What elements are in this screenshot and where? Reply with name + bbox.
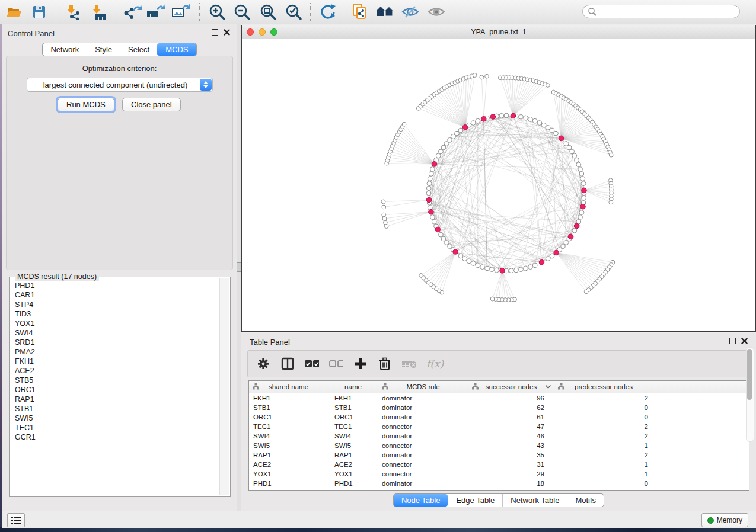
network-node[interactable]: [458, 128, 463, 133]
import-table-icon[interactable]: [88, 1, 109, 23]
mcds-result-item[interactable]: RAP1: [11, 395, 219, 404]
add-column-icon[interactable]: [353, 357, 368, 371]
network-node[interactable]: [382, 217, 387, 221]
show-all-eye-icon[interactable]: [426, 1, 447, 23]
network-node[interactable]: [578, 167, 583, 172]
run-mcds-button[interactable]: Run MCDS: [58, 98, 114, 111]
mcds-hub-node[interactable]: [481, 116, 486, 121]
network-node[interactable]: [524, 116, 528, 120]
network-node[interactable]: [439, 149, 444, 154]
search-field[interactable]: [582, 5, 740, 18]
browser-home-icon[interactable]: [375, 1, 396, 23]
network-node[interactable]: [532, 263, 537, 268]
network-node[interactable]: [455, 131, 460, 136]
new-network-icon[interactable]: [350, 1, 371, 23]
network-node[interactable]: [541, 123, 546, 127]
table-row[interactable]: FKH1FKH1dominator962: [249, 393, 749, 403]
network-node[interactable]: [581, 181, 586, 186]
mcds-result-item[interactable]: STP4: [11, 300, 219, 309]
mcds-hub-node[interactable]: [580, 204, 586, 209]
column-header-shared-name[interactable]: shared name: [249, 381, 328, 393]
network-node[interactable]: [382, 205, 386, 209]
network-node[interactable]: [495, 268, 499, 273]
network-node[interactable]: [579, 210, 584, 215]
mcds-hub-node[interactable]: [582, 188, 587, 193]
zoom-fit-icon[interactable]: [257, 1, 279, 23]
table-row[interactable]: TEC1TEC1connector472: [249, 422, 749, 431]
network-node[interactable]: [429, 172, 433, 177]
network-node[interactable]: [476, 118, 480, 123]
network-node[interactable]: [564, 142, 569, 146]
mcds-hub-node[interactable]: [511, 113, 516, 118]
network-node[interactable]: [584, 290, 588, 294]
mcds-hub-node[interactable]: [568, 234, 573, 239]
mcds-result-item[interactable]: CAR1: [11, 290, 219, 300]
network-node[interactable]: [519, 267, 524, 272]
network-node[interactable]: [580, 177, 585, 181]
network-node[interactable]: [572, 153, 577, 158]
table-row[interactable]: ACE2ACE2connector311: [249, 460, 749, 469]
mcds-hub-node[interactable]: [435, 227, 441, 232]
mcds-result-item[interactable]: STB1: [11, 404, 219, 414]
settings-gear-icon[interactable]: [256, 357, 270, 371]
column-header-name[interactable]: name: [328, 381, 378, 393]
network-node[interactable]: [382, 213, 386, 217]
network-node[interactable]: [419, 274, 423, 278]
network-node[interactable]: [485, 74, 489, 78]
network-node[interactable]: [546, 257, 550, 261]
mcds-hub-node[interactable]: [559, 136, 564, 141]
network-node[interactable]: [528, 265, 533, 270]
refresh-icon[interactable]: [317, 1, 339, 23]
network-node[interactable]: [509, 268, 513, 273]
mcds-hub-node[interactable]: [432, 162, 437, 167]
mcds-list-scrollbar[interactable]: [219, 278, 229, 495]
network-node[interactable]: [430, 215, 435, 220]
mcds-result-item[interactable]: PMA2: [11, 347, 219, 357]
mcds-hub-node[interactable]: [554, 250, 559, 255]
tab-mcds[interactable]: MCDS: [157, 43, 196, 56]
network-node[interactable]: [490, 267, 495, 272]
export-image-icon[interactable]: [170, 1, 192, 23]
table-row[interactable]: STB1STB1dominator620: [249, 403, 749, 412]
network-node[interactable]: [432, 219, 436, 224]
network-node[interactable]: [428, 177, 432, 181]
mcds-hub-node[interactable]: [426, 197, 432, 203]
zoom-out-icon[interactable]: [231, 1, 253, 23]
search-input[interactable]: [597, 7, 739, 17]
tab-network-table[interactable]: Network Table: [502, 494, 567, 507]
network-node[interactable]: [554, 131, 559, 136]
splitter-grip[interactable]: [237, 262, 241, 272]
close-panel-icon[interactable]: [224, 29, 230, 36]
network-node[interactable]: [436, 153, 441, 158]
network-node[interactable]: [582, 196, 586, 200]
table-row[interactable]: SWI4SWI4dominator462: [249, 431, 749, 441]
split-panel-icon[interactable]: [280, 357, 295, 371]
network-node[interactable]: [575, 158, 579, 162]
network-node[interactable]: [567, 145, 572, 150]
close-panel-button[interactable]: Close panel: [122, 98, 181, 111]
float-window-icon[interactable]: [729, 338, 736, 344]
mcds-result-list[interactable]: PHD1CAR1STP4TID3YOX1SWI4SRD1PMA2FKH1ACE2…: [11, 281, 219, 495]
memory-button[interactable]: Memory: [701, 513, 748, 527]
tab-network[interactable]: Network: [43, 43, 87, 56]
task-history-button[interactable]: [7, 513, 25, 527]
table-row[interactable]: YOX1YOX1connector291: [249, 469, 749, 479]
network-window-titlebar[interactable]: YPA_prune.txt_1: [242, 25, 755, 39]
network-node[interactable]: [532, 118, 537, 123]
table-row[interactable]: SWI5SWI5connector431: [249, 441, 749, 450]
network-node[interactable]: [519, 114, 524, 119]
network-node[interactable]: [441, 236, 446, 241]
mcds-result-item[interactable]: TID3: [11, 309, 219, 319]
network-node[interactable]: [426, 191, 431, 196]
network-node[interactable]: [476, 263, 480, 268]
delete-columns-trash-icon[interactable]: [378, 357, 392, 371]
zoom-selected-icon[interactable]: [283, 1, 304, 23]
network-node[interactable]: [546, 84, 550, 88]
mcds-hub-node[interactable]: [453, 249, 458, 255]
network-node[interactable]: [462, 257, 467, 261]
float-window-icon[interactable]: [212, 29, 218, 36]
table-scrollbar[interactable]: [746, 347, 754, 442]
network-node[interactable]: [471, 121, 476, 126]
export-network-icon[interactable]: [122, 1, 143, 23]
mcds-result-item[interactable]: SWI4: [11, 328, 219, 338]
